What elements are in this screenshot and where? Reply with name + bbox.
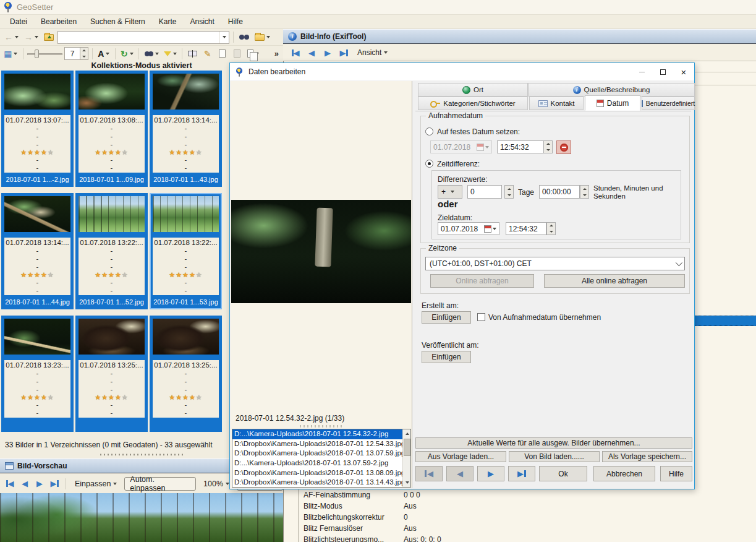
rating-stars[interactable]: ★★★★★ — [153, 148, 219, 157]
file-list-item[interactable]: D:\Dropbox\Kamera-Uploads\2018-07-01 13.… — [232, 478, 404, 488]
menu-bearbeiten[interactable]: Bearbeiten — [35, 15, 83, 28]
time-difference-radio[interactable] — [425, 160, 433, 168]
dialog-splitter[interactable] — [299, 425, 342, 428]
refresh-button[interactable]: ↻ — [119, 47, 135, 60]
spin-down-icon[interactable] — [80, 54, 88, 60]
load-template-button[interactable]: Aus Vorlage laden... — [415, 451, 506, 462]
remove-fixed-date-button[interactable] — [556, 140, 571, 154]
time-difference-spinner[interactable] — [580, 185, 589, 199]
menu-ansicht[interactable]: Ansicht — [184, 15, 220, 28]
fixed-time-field[interactable]: 12:54:32 — [497, 140, 544, 153]
rating-stars[interactable]: ★★★★★ — [153, 271, 219, 279]
menu-karte[interactable]: Karte — [153, 15, 183, 28]
adopt-capture-date-checkbox[interactable] — [477, 313, 485, 321]
rating-stars[interactable]: ★★★★★ — [4, 394, 70, 402]
menu-datei[interactable]: Datei — [4, 15, 33, 28]
target-time-spinner[interactable] — [546, 222, 556, 235]
maximize-button[interactable] — [652, 64, 673, 80]
last-image-button[interactable]: ▶ — [338, 46, 350, 59]
time-difference-field[interactable]: 00:00:00 — [539, 185, 580, 199]
apply-to-all-button[interactable]: Aktuelle Werte für alle ausgew. Bilder ü… — [415, 437, 692, 449]
file-list-scrollbar[interactable] — [402, 429, 410, 487]
fixed-date-radio[interactable] — [425, 127, 433, 136]
next-image-button[interactable]: ▶ — [321, 46, 334, 59]
file-list-item[interactable]: D:\Dropbox\Kamera-Uploads\2018-07-01 13.… — [232, 468, 404, 478]
close-button[interactable]: × — [673, 64, 694, 80]
fit-dropdown[interactable]: Einpassen — [70, 477, 122, 491]
thumbnail-card[interactable]: 01.07.2018 13:23:... - - - ★★★★★ - - — [1, 316, 74, 432]
rating-stars[interactable]: ★★★★★ — [79, 271, 145, 279]
filter-button[interactable] — [163, 47, 178, 60]
preview-first-button[interactable]: ◀ — [4, 478, 16, 490]
scrollbar-thumb[interactable] — [404, 439, 410, 456]
all-online-lookup-button[interactable]: Alle online abfragen — [544, 274, 685, 288]
scroll-down-icon[interactable] — [403, 478, 411, 487]
target-time-field[interactable]: 12:54:32 — [506, 222, 546, 235]
search-button[interactable] — [143, 47, 161, 60]
rating-stars[interactable]: ★★★★★ — [153, 394, 219, 402]
days-field[interactable]: 0 — [467, 185, 502, 199]
file-list-item-selected[interactable]: D:...\Kamera-Uploads\2018-07-01 12.54.32… — [232, 429, 404, 439]
path-combobox-dropdown[interactable] — [219, 32, 229, 43]
rating-stars[interactable]: ★★★★★ — [79, 394, 145, 402]
load-from-image-button[interactable]: Von Bild laden...... — [509, 451, 600, 462]
previous-image-button[interactable]: ◀ — [305, 46, 318, 59]
file-list-item[interactable]: D:\Dropbox\Kamera-Uploads\2018-07-01 12.… — [232, 439, 404, 449]
insert-published-button[interactable]: Einfügen — [422, 351, 471, 363]
spin-up-icon[interactable] — [80, 48, 88, 54]
tab-kategorien-stichwoerter[interactable]: Kategorien/Stichwörter — [418, 97, 528, 110]
auto-fit-toggle[interactable]: Autom. einpassen — [124, 477, 196, 491]
tab-benutzerdefiniert[interactable]: Benutzerdefiniert — [642, 97, 695, 110]
fixed-date-radio-label[interactable]: Auf festes Datum setzen: — [437, 127, 520, 136]
scroll-up-icon[interactable] — [403, 429, 411, 438]
columns-spinbox[interactable]: 7 — [64, 47, 88, 60]
rating-stars[interactable]: ★★★★★ — [4, 271, 70, 279]
cancel-button[interactable]: Abbrechen — [593, 466, 655, 481]
toolbar-overflow-button[interactable]: » — [270, 47, 283, 60]
file-list-item[interactable]: D:...\Kamera-Uploads\2018-07-01 13.07.59… — [232, 458, 404, 468]
save-template-button[interactable]: Als Vorlage speichern... — [602, 451, 692, 462]
thumbnail-card[interactable]: 01.07.2018 13:22:... - - - ★★★★★ - - 201… — [75, 193, 148, 309]
thumbnail-card[interactable]: 01.07.2018 13:25:... - - - ★★★★★ - - — [150, 316, 222, 432]
dialog-last-button[interactable]: ▶ — [508, 466, 535, 481]
dialog-next-button[interactable]: ▶ — [477, 466, 504, 481]
folder-up-button[interactable] — [42, 31, 56, 44]
online-lookup-button[interactable]: Online abfragen — [430, 274, 534, 288]
view-menu-button[interactable]: Ansicht — [357, 48, 388, 57]
preview-last-button[interactable]: ▶ — [48, 478, 61, 490]
ok-button[interactable]: Ok — [539, 466, 587, 481]
sign-combobox[interactable]: + — [438, 185, 462, 199]
tab-quelle-beschreibung[interactable]: i Quelle/Beschreibung — [528, 83, 695, 97]
file-list-item[interactable]: D:\Dropbox\Kamera-Uploads\2018-07-01 13.… — [232, 449, 404, 458]
calendar-dropdown[interactable] — [484, 225, 496, 233]
path-combobox[interactable] — [57, 31, 229, 44]
timezone-combobox[interactable]: (UTC+01:00, DST+01:00) CET — [425, 257, 685, 270]
dialog-first-button[interactable]: ◀ — [415, 466, 443, 481]
thumbnail-card[interactable]: 01.07.2018 13:25:... - - - ★★★★★ - - — [75, 316, 148, 432]
grid-view-button[interactable]: ▦ — [2, 47, 19, 60]
columns-spinner[interactable] — [80, 47, 88, 60]
rating-stars[interactable]: ★★★★★ — [79, 148, 145, 157]
edit-data-button[interactable]: ✎ — [201, 47, 214, 60]
days-spinner[interactable] — [504, 185, 514, 199]
insert-created-button[interactable]: Einfügen — [422, 311, 471, 324]
rename-button[interactable] — [186, 47, 199, 60]
tab-datum[interactable]: Datum — [585, 95, 640, 111]
adopt-capture-date-label[interactable]: Von Aufnahmedatum übernehmen — [488, 313, 601, 322]
copy-button[interactable] — [216, 47, 229, 60]
calendar-dropdown[interactable] — [477, 144, 489, 151]
slider-thumb[interactable] — [35, 49, 39, 58]
thumbnail-card[interactable]: 01.07.2018 13:07:... - - - ★★★★★ - - 201… — [1, 71, 74, 187]
tab-ort[interactable]: Ort — [418, 83, 528, 97]
help-button[interactable]: Hilfe — [660, 466, 692, 481]
back-button[interactable]: ← — [2, 31, 20, 44]
time-difference-radio-label[interactable]: Zeitdifferenz: — [437, 160, 480, 168]
menu-suchen-filtern[interactable]: Suchen & Filtern — [84, 15, 151, 28]
fixed-date-field[interactable]: 01.07.2018 — [430, 140, 492, 153]
thumbnail-size-slider[interactable] — [27, 49, 63, 58]
first-image-button[interactable]: ◀ — [289, 46, 302, 59]
panel-splitter[interactable] — [99, 454, 185, 456]
paste-button[interactable] — [231, 47, 244, 60]
fixed-time-spinner[interactable] — [543, 140, 553, 153]
dialog-titlebar[interactable]: Daten bearbeiten × — [230, 63, 694, 80]
